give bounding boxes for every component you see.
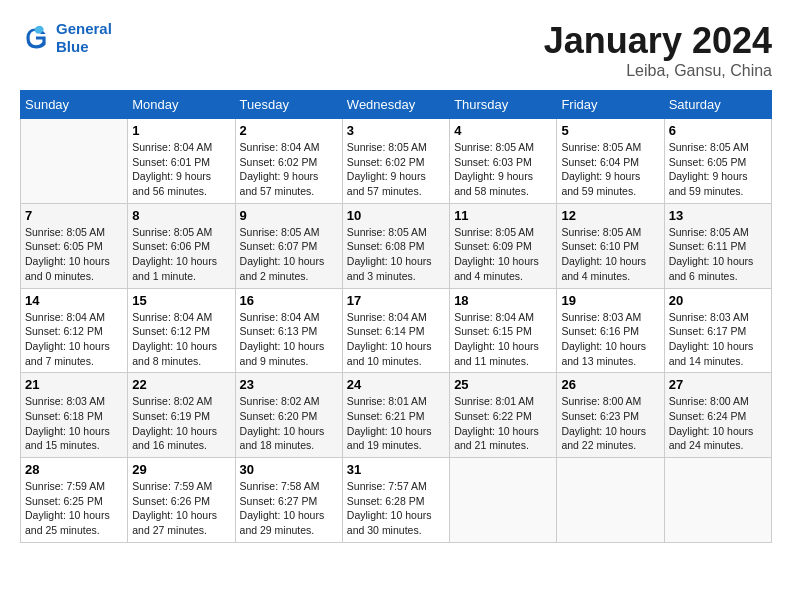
col-monday: Monday — [128, 91, 235, 119]
day-info: Sunrise: 8:01 AMSunset: 6:21 PMDaylight:… — [347, 394, 445, 453]
day-info: Sunrise: 8:04 AMSunset: 6:13 PMDaylight:… — [240, 310, 338, 369]
calendar-cell: 30Sunrise: 7:58 AMSunset: 6:27 PMDayligh… — [235, 458, 342, 543]
calendar-cell: 27Sunrise: 8:00 AMSunset: 6:24 PMDayligh… — [664, 373, 771, 458]
calendar-cell — [664, 458, 771, 543]
calendar-cell: 12Sunrise: 8:05 AMSunset: 6:10 PMDayligh… — [557, 203, 664, 288]
calendar-cell — [21, 119, 128, 204]
calendar-cell: 16Sunrise: 8:04 AMSunset: 6:13 PMDayligh… — [235, 288, 342, 373]
calendar-cell: 25Sunrise: 8:01 AMSunset: 6:22 PMDayligh… — [450, 373, 557, 458]
day-info: Sunrise: 8:04 AMSunset: 6:15 PMDaylight:… — [454, 310, 552, 369]
calendar-cell: 3Sunrise: 8:05 AMSunset: 6:02 PMDaylight… — [342, 119, 449, 204]
calendar-cell: 8Sunrise: 8:05 AMSunset: 6:06 PMDaylight… — [128, 203, 235, 288]
day-info: Sunrise: 8:05 AMSunset: 6:04 PMDaylight:… — [561, 140, 659, 199]
day-info: Sunrise: 8:04 AMSunset: 6:12 PMDaylight:… — [132, 310, 230, 369]
day-number: 17 — [347, 293, 445, 308]
day-info: Sunrise: 8:05 AMSunset: 6:11 PMDaylight:… — [669, 225, 767, 284]
day-number: 16 — [240, 293, 338, 308]
day-info: Sunrise: 8:05 AMSunset: 6:05 PMDaylight:… — [669, 140, 767, 199]
day-info: Sunrise: 7:57 AMSunset: 6:28 PMDaylight:… — [347, 479, 445, 538]
day-number: 1 — [132, 123, 230, 138]
col-sunday: Sunday — [21, 91, 128, 119]
logo: General Blue — [20, 20, 112, 56]
day-number: 14 — [25, 293, 123, 308]
day-number: 5 — [561, 123, 659, 138]
day-info: Sunrise: 8:02 AMSunset: 6:20 PMDaylight:… — [240, 394, 338, 453]
calendar-title: January 2024 — [544, 20, 772, 62]
calendar-week-5: 28Sunrise: 7:59 AMSunset: 6:25 PMDayligh… — [21, 458, 772, 543]
day-info: Sunrise: 8:05 AMSunset: 6:08 PMDaylight:… — [347, 225, 445, 284]
day-info: Sunrise: 8:05 AMSunset: 6:05 PMDaylight:… — [25, 225, 123, 284]
calendar-cell: 31Sunrise: 7:57 AMSunset: 6:28 PMDayligh… — [342, 458, 449, 543]
calendar-cell: 9Sunrise: 8:05 AMSunset: 6:07 PMDaylight… — [235, 203, 342, 288]
calendar-cell: 1Sunrise: 8:04 AMSunset: 6:01 PMDaylight… — [128, 119, 235, 204]
calendar-cell: 21Sunrise: 8:03 AMSunset: 6:18 PMDayligh… — [21, 373, 128, 458]
day-number: 28 — [25, 462, 123, 477]
calendar-cell: 4Sunrise: 8:05 AMSunset: 6:03 PMDaylight… — [450, 119, 557, 204]
col-thursday: Thursday — [450, 91, 557, 119]
day-number: 4 — [454, 123, 552, 138]
day-info: Sunrise: 8:05 AMSunset: 6:07 PMDaylight:… — [240, 225, 338, 284]
logo-icon — [20, 22, 52, 54]
day-number: 22 — [132, 377, 230, 392]
day-info: Sunrise: 7:59 AMSunset: 6:26 PMDaylight:… — [132, 479, 230, 538]
day-info: Sunrise: 8:04 AMSunset: 6:14 PMDaylight:… — [347, 310, 445, 369]
calendar-cell: 28Sunrise: 7:59 AMSunset: 6:25 PMDayligh… — [21, 458, 128, 543]
calendar-cell: 2Sunrise: 8:04 AMSunset: 6:02 PMDaylight… — [235, 119, 342, 204]
calendar-week-1: 1Sunrise: 8:04 AMSunset: 6:01 PMDaylight… — [21, 119, 772, 204]
day-number: 7 — [25, 208, 123, 223]
day-number: 29 — [132, 462, 230, 477]
day-number: 8 — [132, 208, 230, 223]
calendar-cell: 19Sunrise: 8:03 AMSunset: 6:16 PMDayligh… — [557, 288, 664, 373]
day-info: Sunrise: 8:05 AMSunset: 6:02 PMDaylight:… — [347, 140, 445, 199]
calendar-cell: 22Sunrise: 8:02 AMSunset: 6:19 PMDayligh… — [128, 373, 235, 458]
calendar-cell: 13Sunrise: 8:05 AMSunset: 6:11 PMDayligh… — [664, 203, 771, 288]
calendar-week-4: 21Sunrise: 8:03 AMSunset: 6:18 PMDayligh… — [21, 373, 772, 458]
col-friday: Friday — [557, 91, 664, 119]
day-number: 27 — [669, 377, 767, 392]
day-number: 25 — [454, 377, 552, 392]
calendar-cell: 29Sunrise: 7:59 AMSunset: 6:26 PMDayligh… — [128, 458, 235, 543]
day-number: 12 — [561, 208, 659, 223]
day-info: Sunrise: 8:03 AMSunset: 6:18 PMDaylight:… — [25, 394, 123, 453]
col-tuesday: Tuesday — [235, 91, 342, 119]
calendar-cell: 17Sunrise: 8:04 AMSunset: 6:14 PMDayligh… — [342, 288, 449, 373]
calendar-cell: 10Sunrise: 8:05 AMSunset: 6:08 PMDayligh… — [342, 203, 449, 288]
calendar-cell — [557, 458, 664, 543]
col-wednesday: Wednesday — [342, 91, 449, 119]
day-info: Sunrise: 8:05 AMSunset: 6:09 PMDaylight:… — [454, 225, 552, 284]
day-number: 10 — [347, 208, 445, 223]
day-info: Sunrise: 8:05 AMSunset: 6:06 PMDaylight:… — [132, 225, 230, 284]
calendar-header-row: Sunday Monday Tuesday Wednesday Thursday… — [21, 91, 772, 119]
day-info: Sunrise: 7:58 AMSunset: 6:27 PMDaylight:… — [240, 479, 338, 538]
day-number: 3 — [347, 123, 445, 138]
day-number: 13 — [669, 208, 767, 223]
day-number: 6 — [669, 123, 767, 138]
day-info: Sunrise: 8:03 AMSunset: 6:17 PMDaylight:… — [669, 310, 767, 369]
day-info: Sunrise: 8:02 AMSunset: 6:19 PMDaylight:… — [132, 394, 230, 453]
day-info: Sunrise: 8:03 AMSunset: 6:16 PMDaylight:… — [561, 310, 659, 369]
day-number: 31 — [347, 462, 445, 477]
day-info: Sunrise: 8:00 AMSunset: 6:23 PMDaylight:… — [561, 394, 659, 453]
day-number: 19 — [561, 293, 659, 308]
day-number: 20 — [669, 293, 767, 308]
day-number: 18 — [454, 293, 552, 308]
day-info: Sunrise: 8:05 AMSunset: 6:10 PMDaylight:… — [561, 225, 659, 284]
day-info: Sunrise: 8:01 AMSunset: 6:22 PMDaylight:… — [454, 394, 552, 453]
calendar-cell: 24Sunrise: 8:01 AMSunset: 6:21 PMDayligh… — [342, 373, 449, 458]
day-number: 2 — [240, 123, 338, 138]
day-number: 11 — [454, 208, 552, 223]
calendar-week-2: 7Sunrise: 8:05 AMSunset: 6:05 PMDaylight… — [21, 203, 772, 288]
day-number: 26 — [561, 377, 659, 392]
calendar-cell: 15Sunrise: 8:04 AMSunset: 6:12 PMDayligh… — [128, 288, 235, 373]
day-number: 23 — [240, 377, 338, 392]
day-number: 15 — [132, 293, 230, 308]
day-number: 30 — [240, 462, 338, 477]
calendar-cell: 7Sunrise: 8:05 AMSunset: 6:05 PMDaylight… — [21, 203, 128, 288]
calendar-cell: 26Sunrise: 8:00 AMSunset: 6:23 PMDayligh… — [557, 373, 664, 458]
calendar-table: Sunday Monday Tuesday Wednesday Thursday… — [20, 90, 772, 543]
calendar-week-3: 14Sunrise: 8:04 AMSunset: 6:12 PMDayligh… — [21, 288, 772, 373]
calendar-cell: 18Sunrise: 8:04 AMSunset: 6:15 PMDayligh… — [450, 288, 557, 373]
calendar-subtitle: Leiba, Gansu, China — [544, 62, 772, 80]
day-number: 9 — [240, 208, 338, 223]
day-info: Sunrise: 8:04 AMSunset: 6:01 PMDaylight:… — [132, 140, 230, 199]
